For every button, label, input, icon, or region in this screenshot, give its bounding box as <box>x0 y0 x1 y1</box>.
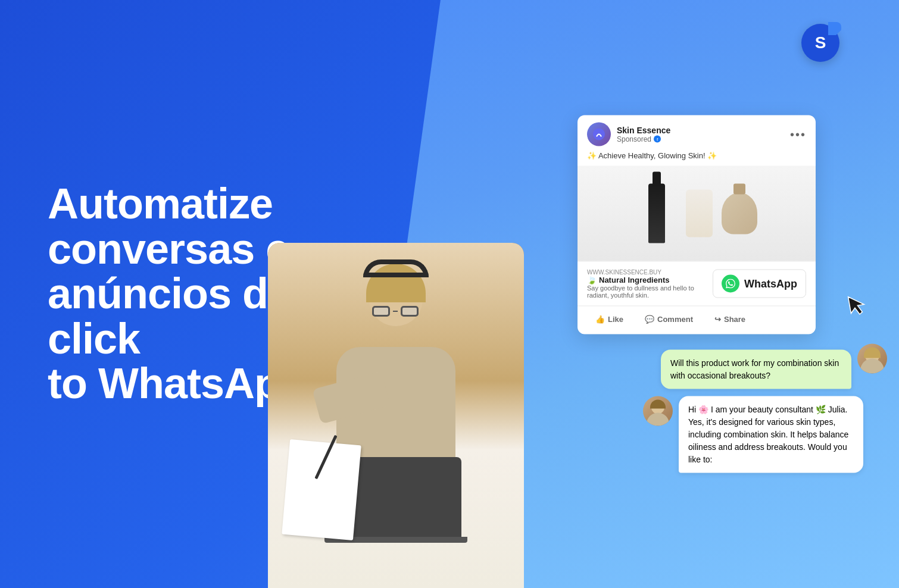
person-photo-area <box>268 243 524 588</box>
ad-product-name: 🍃 Natural Ingredients <box>587 276 713 284</box>
comment-button[interactable]: 💬 Comment <box>636 311 701 327</box>
advertiser-name: Skin Essence <box>617 126 670 135</box>
comment-icon: 💬 <box>645 315 654 324</box>
badge-letter: S <box>815 33 826 52</box>
share-button[interactable]: ↪ Share <box>706 311 754 327</box>
brand-badge: S <box>801 24 839 62</box>
ad-card-wrapper: Skin Essence Sponsored f ••• ✨ Achieve H… <box>578 115 863 334</box>
right-ui-area: Skin Essence Sponsored f ••• ✨ Achieve H… <box>578 115 863 473</box>
ad-url: WWW.SKINESSENCE.BUY <box>587 269 713 276</box>
ad-card-header: Skin Essence Sponsored f ••• <box>578 115 816 151</box>
ad-description: Say goodbye to dullness and hello to rad… <box>587 284 713 299</box>
bot-avatar <box>643 396 673 426</box>
person-photo <box>268 243 524 588</box>
sent-chat-bubble: Hi 🌸 I am your beauty consultant 🌿 Julia… <box>679 396 863 473</box>
ad-cta: WWW.SKINESSENCE.BUY 🍃 Natural Ingredient… <box>578 261 816 306</box>
ad-actions: 👍 Like 💬 Comment ↪ Share <box>578 306 816 334</box>
whatsapp-button[interactable]: WhatsApp <box>713 270 806 298</box>
ad-tagline: ✨ Achieve Healthy, Glowing Skin! ✨ <box>578 151 816 166</box>
ad-product-image <box>578 166 816 261</box>
leaf-icon: 🍃 <box>587 276 597 284</box>
more-options-icon[interactable]: ••• <box>790 127 806 141</box>
received-message-text: Will this product work for my combinatio… <box>670 358 839 380</box>
like-button[interactable]: 👍 Like <box>587 311 632 327</box>
ad-avatar <box>587 123 611 146</box>
sponsored-icon: f <box>654 136 661 143</box>
bottle-cylinder <box>686 190 713 237</box>
whatsapp-icon <box>722 275 739 293</box>
sponsored-label: Sponsored f <box>617 135 670 143</box>
content-wrapper: Automatize conversas e anúncios de click… <box>0 0 899 588</box>
share-icon: ↪ <box>714 315 721 324</box>
whatsapp-label: WhatsApp <box>744 277 797 290</box>
chat-area: Will this product work for my combinatio… <box>637 350 863 473</box>
ad-cta-left: WWW.SKINESSENCE.BUY 🍃 Natural Ingredient… <box>587 269 713 299</box>
like-icon: 👍 <box>595 315 605 324</box>
bottle-tall <box>648 184 665 243</box>
received-chat-bubble: Will this product work for my combinatio… <box>661 350 851 389</box>
ad-profile: Skin Essence Sponsored f <box>587 123 670 146</box>
ad-card: Skin Essence Sponsored f ••• ✨ Achieve H… <box>578 115 816 334</box>
ad-profile-info: Skin Essence Sponsored f <box>617 126 670 143</box>
sent-message-text: Hi 🌸 I am your beauty consultant 🌿 Julia… <box>688 405 848 464</box>
cursor-arrow <box>843 291 872 324</box>
bottle-round <box>722 193 757 234</box>
